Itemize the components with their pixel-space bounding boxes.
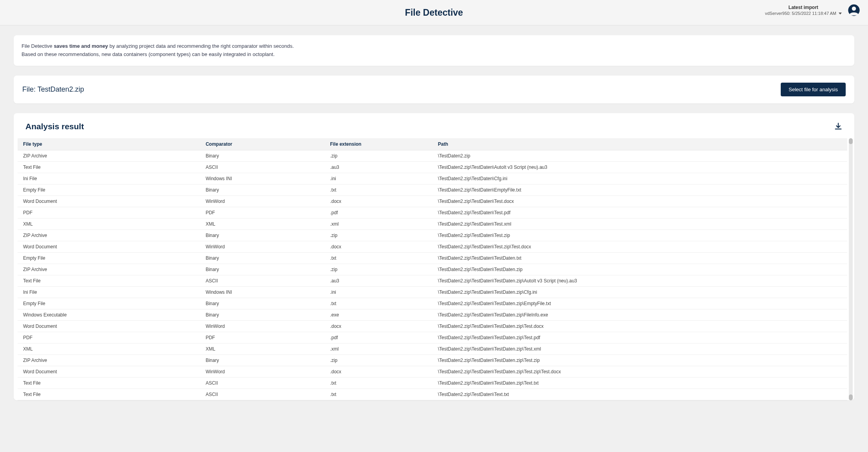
cell-path: \TestDaten2.zip\TestDaten\Test.xml [432, 218, 847, 230]
cell-file-type: Word Document [18, 320, 200, 332]
cell-comparator: WinWord [200, 320, 324, 332]
result-header: Analysis result [14, 113, 854, 138]
cell-file-type: Ini File [18, 173, 200, 184]
cell-path: \TestDaten2.zip\TestDaten\TestDaten.zip\… [432, 286, 847, 298]
cell-file-extension: .xml [324, 343, 432, 354]
cell-comparator: WinWord [200, 241, 324, 252]
cell-comparator: Binary [200, 252, 324, 264]
cell-file-type: Empty File [18, 184, 200, 195]
scrollbar-thumb[interactable] [849, 394, 853, 400]
table-row[interactable]: Windows ExecutableBinary.exe\TestDaten2.… [18, 309, 847, 320]
user-avatar-icon[interactable] [848, 4, 860, 16]
cell-path: \TestDaten2.zip\TestDaten\TestDaten.zip\… [432, 377, 847, 389]
cell-file-extension: .docx [324, 241, 432, 252]
cell-comparator: ASCII [200, 389, 324, 400]
cell-file-extension: .ini [324, 173, 432, 184]
cell-comparator: WinWord [200, 195, 324, 207]
cell-file-type: Text File [18, 389, 200, 400]
cell-comparator: ASCII [200, 377, 324, 389]
cell-path: \TestDaten2.zip\TestDaten\TestDaten.zip\… [432, 366, 847, 377]
cell-file-type: Text File [18, 377, 200, 389]
scrollbar-track[interactable] [849, 138, 853, 400]
cell-file-extension: .pdf [324, 332, 432, 343]
cell-file-extension: .docx [324, 366, 432, 377]
cell-file-type: Text File [18, 275, 200, 286]
app-title: File Detective [405, 7, 463, 18]
cell-file-extension: .zip [324, 150, 432, 161]
cell-comparator: Binary [200, 354, 324, 366]
cell-comparator: Binary [200, 264, 324, 275]
cell-file-extension: .txt [324, 298, 432, 309]
cell-file-extension: .au3 [324, 161, 432, 173]
cell-file-extension: .xml [324, 218, 432, 230]
table-row[interactable]: PDFPDF.pdf\TestDaten2.zip\TestDaten\Test… [18, 207, 847, 218]
import-info: Latest import vdServer950: 5/25/2022 11:… [765, 5, 842, 16]
intro-line2: Based on these recommendations, new data… [22, 51, 846, 59]
cell-file-type: XML [18, 218, 200, 230]
col-header-comparator[interactable]: Comparator [200, 138, 324, 150]
table-row[interactable]: ZIP ArchiveBinary.zip\TestDaten2.zip\Tes… [18, 264, 847, 275]
cell-path: \TestDaten2.zip\TestDaten\TestDaten.zip\… [432, 320, 847, 332]
table-row[interactable]: Word DocumentWinWord.docx\TestDaten2.zip… [18, 366, 847, 377]
cell-file-extension: .txt [324, 389, 432, 400]
cell-comparator: Binary [200, 150, 324, 161]
table-row[interactable]: Word DocumentWinWord.docx\TestDaten2.zip… [18, 241, 847, 252]
table-row[interactable]: Word DocumentWinWord.docx\TestDaten2.zip… [18, 320, 847, 332]
table-row[interactable]: Word DocumentWinWord.docx\TestDaten2.zip… [18, 195, 847, 207]
table-row[interactable]: XMLXML.xml\TestDaten2.zip\TestDaten\Test… [18, 218, 847, 230]
cell-file-type: Word Document [18, 366, 200, 377]
cell-file-type: Empty File [18, 298, 200, 309]
cell-file-type: Empty File [18, 252, 200, 264]
import-detail-dropdown[interactable]: vdServer950: 5/25/2022 11:18:47 AM [765, 11, 842, 16]
table-row[interactable]: XMLXML.xml\TestDaten2.zip\TestDaten\Test… [18, 343, 847, 354]
table-row[interactable]: ZIP ArchiveBinary.zip\TestDaten2.zip [18, 150, 847, 161]
cell-file-type: ZIP Archive [18, 264, 200, 275]
table-row[interactable]: Text FileASCII.au3\TestDaten2.zip\TestDa… [18, 161, 847, 173]
cell-path: \TestDaten2.zip\TestDaten\TestDaten.zip\… [432, 275, 847, 286]
col-header-path[interactable]: Path [432, 138, 847, 150]
cell-comparator: Binary [200, 298, 324, 309]
col-header-file-type[interactable]: File type [18, 138, 200, 150]
col-header-file-extension[interactable]: File extension [324, 138, 432, 150]
table-row[interactable]: PDFPDF.pdf\TestDaten2.zip\TestDaten\Test… [18, 332, 847, 343]
table-row[interactable]: Text FileASCII.au3\TestDaten2.zip\TestDa… [18, 275, 847, 286]
cell-path: \TestDaten2.zip\TestDaten\TestDaten.zip [432, 264, 847, 275]
cell-file-extension: .txt [324, 377, 432, 389]
result-title: Analysis result [25, 122, 84, 131]
table-row[interactable]: Empty FileBinary.txt\TestDaten2.zip\Test… [18, 252, 847, 264]
table-row[interactable]: Text FileASCII.txt\TestDaten2.zip\TestDa… [18, 377, 847, 389]
cell-file-type: Word Document [18, 195, 200, 207]
import-detail-text: vdServer950: 5/25/2022 11:18:47 AM [765, 11, 836, 16]
select-file-button[interactable]: Select file for analysis [781, 83, 846, 96]
table-row[interactable]: Ini FileWindows INI.ini\TestDaten2.zip\T… [18, 173, 847, 184]
cell-comparator: Binary [200, 309, 324, 320]
cell-comparator: XML [200, 343, 324, 354]
download-icon[interactable] [834, 122, 843, 131]
cell-file-extension: .zip [324, 230, 432, 241]
cell-path: \TestDaten2.zip\TestDaten\Test.docx [432, 195, 847, 207]
cell-path: \TestDaten2.zip [432, 150, 847, 161]
cell-path: \TestDaten2.zip\TestDaten\Cfg.ini [432, 173, 847, 184]
file-card: File: TestDaten2.zip Select file for ana… [14, 76, 854, 103]
cell-path: \TestDaten2.zip\TestDaten\TestDaten.zip\… [432, 354, 847, 366]
cell-file-extension: .ini [324, 286, 432, 298]
cell-path: \TestDaten2.zip\TestDaten\TestDaten.txt [432, 252, 847, 264]
cell-path: \TestDaten2.zip\TestDaten\Test.zip\Test.… [432, 241, 847, 252]
table-row[interactable]: Empty FileBinary.txt\TestDaten2.zip\Test… [18, 184, 847, 195]
cell-path: \TestDaten2.zip\TestDaten\Test.zip [432, 230, 847, 241]
cell-file-type: Text File [18, 161, 200, 173]
cell-file-type: ZIP Archive [18, 230, 200, 241]
cell-file-extension: .au3 [324, 275, 432, 286]
scrollbar-thumb[interactable] [849, 138, 853, 144]
cell-comparator: ASCII [200, 275, 324, 286]
cell-file-extension: .docx [324, 195, 432, 207]
table-row[interactable]: Ini FileWindows INI.ini\TestDaten2.zip\T… [18, 286, 847, 298]
current-file-label: File: TestDaten2.zip [22, 85, 84, 94]
table-row[interactable]: ZIP ArchiveBinary.zip\TestDaten2.zip\Tes… [18, 354, 847, 366]
cell-path: \TestDaten2.zip\TestDaten\AutoIt v3 Scri… [432, 161, 847, 173]
cell-path: \TestDaten2.zip\TestDaten\EmptyFile.txt [432, 184, 847, 195]
table-row[interactable]: Empty FileBinary.txt\TestDaten2.zip\Test… [18, 298, 847, 309]
cell-file-type: Windows Executable [18, 309, 200, 320]
table-row[interactable]: Text FileASCII.txt\TestDaten2.zip\TestDa… [18, 389, 847, 400]
table-row[interactable]: ZIP ArchiveBinary.zip\TestDaten2.zip\Tes… [18, 230, 847, 241]
